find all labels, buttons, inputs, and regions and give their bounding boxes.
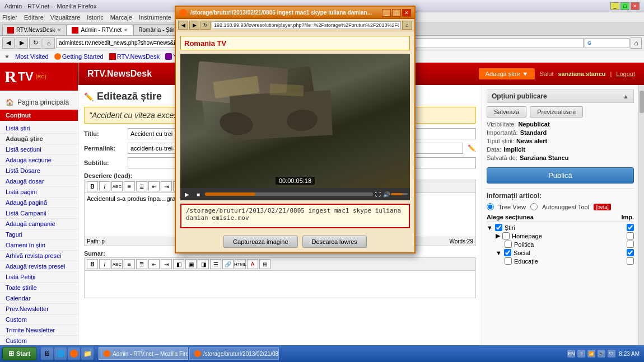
sumar-html-btn[interactable]: HTML: [235, 259, 246, 269]
sidebar-item-adauga-dosar[interactable]: Adaugã dosar: [0, 176, 78, 187]
channel-name-input[interactable]: [180, 36, 410, 50]
logout-link[interactable]: Logout: [616, 70, 635, 77]
politica-imp-checkbox[interactable]: [627, 241, 634, 248]
outdent-btn[interactable]: ⇤: [148, 181, 160, 191]
stiri-expand-icon[interactable]: ▼: [487, 224, 493, 231]
sumar-outdent-btn[interactable]: ⇤: [148, 259, 160, 269]
list-ul-btn[interactable]: ≡: [124, 181, 135, 191]
sidebar-item-adauga-sectiune[interactable]: Adaugã secțiune: [0, 155, 78, 166]
close-button[interactable]: ✕: [631, 2, 640, 10]
social-expand-icon[interactable]: ▼: [496, 250, 502, 256]
google-search-box[interactable]: G 🔍: [585, 38, 629, 48]
sidebar-item-taguri[interactable]: Taguri: [0, 229, 78, 240]
download-lowres-button[interactable]: Descarca lowres: [302, 236, 367, 248]
sidebar-item-arhiva-revista[interactable]: Arhivã revista presei: [0, 251, 78, 261]
sidebar-item-calendar[interactable]: Calendar: [0, 293, 78, 304]
tree-view-radio[interactable]: [487, 203, 494, 210]
volume-icon[interactable]: 🔊: [383, 191, 390, 198]
tab-2[interactable]: Admin - RTV.net ✕: [67, 24, 133, 35]
sidebar-item-lista-sectiuni[interactable]: Listã secțiuni: [0, 144, 78, 155]
homepage-imp-checkbox[interactable]: [627, 232, 634, 239]
sidebar-item-adauga-stire[interactable]: Adaugã știre: [0, 134, 78, 144]
sidebar-item-oameni-stiri[interactable]: Oameni în știri: [0, 240, 78, 251]
bold-btn[interactable]: B: [87, 181, 98, 191]
tab-1-close[interactable]: ✕: [57, 27, 62, 33]
popup-back-btn[interactable]: ◀: [178, 21, 188, 30]
social-imp-checkbox[interactable]: [627, 249, 634, 256]
menu-marcaje[interactable]: Marcaje: [110, 14, 132, 21]
sidebar-item-lista-campanii[interactable]: Listã Campanii: [0, 208, 78, 219]
permalink-edit-icon[interactable]: ✏️: [468, 144, 476, 152]
sidebar-item-custom-1[interactable]: Custom: [0, 314, 78, 325]
sumar-align-justify-btn[interactable]: ☰: [210, 259, 221, 269]
popup-url-bar[interactable]: [212, 21, 401, 29]
antivirus-tray[interactable]: 🛡: [608, 350, 615, 358]
sumar-bold-btn[interactable]: B: [87, 259, 98, 269]
start-button[interactable]: ⊞ Start: [2, 347, 36, 360]
forward-button[interactable]: ▶: [16, 37, 28, 49]
audio-tray[interactable]: 🔊: [598, 350, 605, 358]
firefox-taskbar-icon[interactable]: [68, 347, 80, 360]
home-page-button[interactable]: ⌂: [631, 37, 642, 49]
reload-button[interactable]: ↻: [29, 37, 41, 49]
menu-instrumente[interactable]: Instrumente: [139, 14, 171, 21]
educatie-checkbox[interactable]: [505, 257, 512, 265]
fullscreen-button[interactable]: ⛶: [375, 191, 381, 198]
network-tray[interactable]: 📶: [587, 350, 595, 358]
right-scrollbar[interactable]: [638, 85, 644, 345]
abc-btn[interactable]: ABC: [111, 181, 123, 191]
sidebar-item-lista-pagini[interactable]: Listã pagini: [0, 187, 78, 198]
sumar-link-btn[interactable]: 🔗: [222, 259, 234, 269]
video-popup-close-btn[interactable]: ✕: [402, 9, 411, 17]
stiri-imp-checkbox[interactable]: [627, 224, 634, 231]
tab-1[interactable]: RTV.NewsDesk ✕: [2, 24, 67, 35]
stiri-checkbox[interactable]: [495, 224, 502, 231]
language-tray[interactable]: EN: [567, 350, 575, 358]
bookmark-most-visited[interactable]: Most Visited: [15, 53, 49, 60]
sumar-align-right-btn[interactable]: ◨: [198, 259, 209, 269]
maximize-button[interactable]: □: [620, 2, 629, 10]
tab-2-close[interactable]: ✕: [124, 27, 128, 33]
video-popup-max-btn[interactable]: □: [392, 9, 401, 17]
ie-icon[interactable]: 🌐: [54, 347, 67, 360]
educatie-imp-checkbox[interactable]: [627, 257, 634, 265]
sumar-italic-btn[interactable]: I: [99, 259, 110, 269]
show-desktop-icon[interactable]: 🖥: [41, 347, 53, 360]
menu-fisier[interactable]: Fișier: [2, 14, 17, 21]
sumar-align-center-btn[interactable]: ▣: [185, 259, 197, 269]
home-button[interactable]: ⌂: [43, 37, 55, 49]
sumar-color-btn[interactable]: A: [247, 259, 258, 269]
politica-checkbox[interactable]: [505, 241, 512, 248]
progress-bar[interactable]: [205, 192, 373, 196]
popup-forward-btn[interactable]: ▶: [189, 21, 199, 30]
preview-button[interactable]: Previzualizare: [530, 106, 583, 117]
sidebar-item-adauga-revista[interactable]: Adaugã revista presei: [0, 261, 78, 272]
optiuni-expand-icon[interactable]: ▲: [623, 93, 629, 100]
publish-button[interactable]: Publică: [487, 167, 634, 184]
sumar-list-ul-btn[interactable]: ≡: [124, 259, 135, 269]
taskbar-app-1[interactable]: Admin - RTV.net -- Mozilla Firefox: [99, 347, 188, 360]
video-popup-min-btn[interactable]: _: [382, 9, 391, 17]
sidebar-item-adauga-campanie[interactable]: Adaugã campanie: [0, 219, 78, 229]
sidebar-item-toate-stirile[interactable]: Toate știrile: [0, 283, 78, 293]
folder-icon[interactable]: 📁: [81, 347, 94, 360]
stop-button[interactable]: ■: [194, 190, 203, 199]
back-button[interactable]: ◀: [2, 37, 15, 49]
minimize-button[interactable]: _: [610, 2, 619, 10]
help-tray[interactable]: ?: [577, 350, 585, 358]
capture-image-button[interactable]: Captureaza imagine: [223, 236, 297, 248]
popup-reload-btn[interactable]: ↻: [200, 21, 211, 30]
bookmark-rtv-newsdesk[interactable]: RTV.NewsDesk: [109, 53, 160, 60]
sidebar-item-trimite-newsletter[interactable]: Trimite Newsletter: [0, 325, 78, 336]
sidebar-item-lista-petitii[interactable]: Listã Petiții: [0, 272, 78, 283]
autosuggest-radio[interactable]: [530, 203, 538, 210]
sidebar-item-adauga-pagina[interactable]: Adaugã paginã: [0, 198, 78, 208]
homepage-checkbox[interactable]: [502, 232, 510, 239]
play-button[interactable]: ▶: [183, 190, 192, 199]
add-stire-button[interactable]: Adaugă știre ▼: [479, 68, 535, 79]
social-checkbox[interactable]: [504, 249, 511, 256]
list-ol-btn[interactable]: ≣: [136, 181, 147, 191]
popup-home-btn[interactable]: ⌂: [402, 21, 412, 30]
sidebar-item-lista-stiri[interactable]: Listã știri: [0, 123, 78, 134]
sidebar-item-lista-dosare[interactable]: Listã Dosare: [0, 166, 78, 176]
